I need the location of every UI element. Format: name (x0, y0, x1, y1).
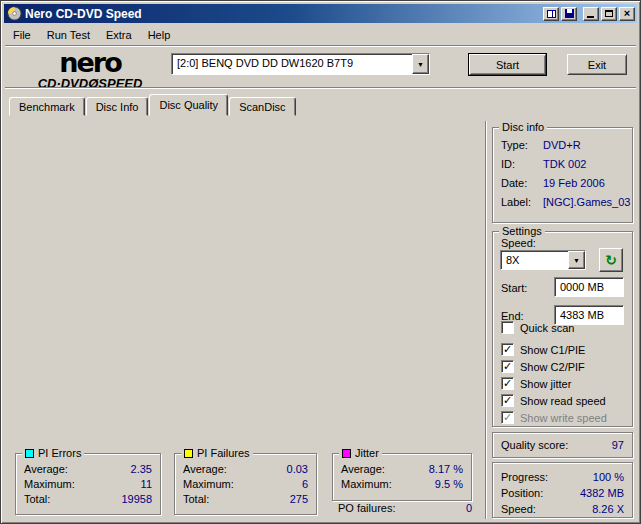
menu-run-test[interactable]: Run Test (39, 27, 98, 43)
stat-row: Average:8.17 % (341, 463, 463, 475)
speed-select[interactable]: 8X ▼ (500, 250, 586, 270)
disc-info-row: Type:DVD+R (501, 139, 626, 151)
close-icon: × (624, 8, 630, 19)
maximize-icon (605, 10, 613, 17)
progress-row: Position:4382 MB (501, 487, 624, 499)
checkbox-label: Show C2/PIF (520, 361, 585, 373)
stat-row: Average:2.35 (24, 463, 152, 475)
tab-scandisc[interactable]: ScanDisc (229, 97, 295, 116)
stat-box-title: Jitter (355, 447, 379, 459)
checkbox-show-write-speed[interactable]: ✓Show write speed (501, 411, 607, 424)
checkbox-show-c2-pif[interactable]: ✓Show C2/PIF (501, 360, 585, 373)
jitter-legend: Jitter (339, 447, 382, 459)
start-position-field[interactable]: 0000 MB (554, 277, 624, 297)
quality-score-label: Quality score: (501, 439, 568, 451)
stat-label: Average: (183, 463, 227, 475)
stat-value: 19958 (121, 493, 152, 505)
checkbox-icon[interactable] (501, 321, 514, 334)
disc-info-row: Date:19 Feb 2006 (501, 177, 626, 189)
speed-label: Speed: (501, 237, 536, 249)
pi-errors-box: PI ErrorsAverage:2.35Maximum:11Total:199… (15, 453, 161, 515)
stat-value: 275 (290, 493, 308, 505)
stat-row: Average:0.03 (183, 463, 308, 475)
stat-value: 2.35 (131, 463, 152, 475)
stat-row: Total:275 (183, 493, 308, 505)
menu-bar: FileRun TestExtraHelp (5, 25, 636, 44)
save-button[interactable] (561, 7, 577, 21)
po-failures-row: PO failures: 0 (338, 502, 472, 514)
stat-box-title: PI Errors (38, 447, 81, 459)
drive-select[interactable]: [2:0] BENQ DVD DD DW1620 B7T9 ▼ (171, 53, 430, 75)
checkbox-show-c1-pie[interactable]: ✓Show C1/PIE (501, 343, 585, 356)
disc-info-value: DVD+R (543, 139, 581, 151)
tab-disc-info[interactable]: Disc Info (86, 97, 149, 116)
checkbox-icon[interactable]: ✓ (501, 343, 514, 356)
checkbox-show-jitter[interactable]: ✓Show jitter (501, 377, 571, 390)
menu-help[interactable]: Help (140, 27, 179, 43)
quality-score-box: Quality score: 97 (492, 432, 633, 458)
stat-row: Maximum:9.5 % (341, 478, 463, 490)
stat-value: 11 (141, 478, 152, 490)
checkbox-icon[interactable]: ✓ (501, 411, 514, 424)
menu-extra[interactable]: Extra (98, 27, 140, 43)
stat-label: Maximum: (341, 478, 392, 490)
po-failures-value: 0 (466, 502, 472, 514)
checkbox-icon[interactable]: ✓ (501, 360, 514, 373)
progress-label: Speed: (501, 503, 536, 515)
title-bar[interactable]: Nero CD-DVD Speed × (4, 4, 637, 23)
exit-button[interactable]: Exit (567, 54, 627, 75)
checkbox-icon[interactable]: ✓ (501, 377, 514, 390)
progress-row: Progress:100 % (501, 471, 624, 483)
jitter-box: JitterAverage:8.17 %Maximum:9.5 % (332, 453, 472, 501)
tab-benchmark[interactable]: Benchmark (9, 97, 85, 116)
stat-value: 9.5 % (435, 478, 463, 490)
close-button[interactable]: × (619, 7, 635, 21)
refresh-button[interactable]: ↻ (599, 248, 623, 272)
start-button[interactable]: Start (469, 54, 546, 75)
stat-label: Maximum: (183, 478, 234, 490)
stat-label: Total: (24, 493, 50, 505)
pi-errors-swatch-icon (25, 449, 34, 458)
pi-errors-chart (9, 123, 487, 285)
stat-value: 6 (302, 478, 308, 490)
pi-failures-jitter-chart (9, 291, 487, 445)
drive-select-value: [2:0] BENQ DVD DD DW1620 B7T9 (172, 54, 412, 74)
nero-logo-text: nero (17, 49, 163, 76)
menu-file[interactable]: File (5, 27, 39, 43)
progress-row: Speed:8.26 X (501, 503, 624, 515)
disc-info-label: Label: (501, 196, 531, 208)
divider (485, 121, 487, 519)
checkbox-icon[interactable]: ✓ (501, 394, 514, 407)
settings-title: Settings (499, 225, 545, 237)
stat-label: Total: (183, 493, 209, 505)
quality-score-row: Quality score: 97 (501, 439, 624, 451)
report-button[interactable] (543, 7, 559, 21)
tab-disc-quality[interactable]: Disc Quality (149, 94, 228, 116)
checkbox-label: Show jitter (520, 378, 571, 390)
progress-label: Progress: (501, 471, 548, 483)
chevron-down-icon[interactable]: ▼ (568, 251, 585, 269)
divider (5, 87, 636, 89)
chevron-down-icon[interactable]: ▼ (412, 54, 429, 74)
stat-label: Average: (24, 463, 68, 475)
checkbox-label: Show C1/PIE (520, 344, 585, 356)
progress-label: Position: (501, 487, 543, 499)
refresh-icon: ↻ (605, 252, 617, 268)
book-icon (547, 10, 556, 18)
disc-info-box: Disc info Type:DVD+RID:TDK 002Date:19 Fe… (492, 127, 633, 223)
stat-label: Average: (341, 463, 385, 475)
checkbox-quick-scan[interactable]: Quick scan (501, 321, 574, 334)
jitter-swatch-icon (342, 449, 351, 458)
stat-row: Total:19958 (24, 493, 152, 505)
floppy-icon (565, 9, 574, 18)
stat-row: Maximum:6 (183, 478, 308, 490)
checkbox-label: Show write speed (520, 412, 607, 424)
stat-value: 0.03 (287, 463, 308, 475)
checkbox-show-read-speed[interactable]: ✓Show read speed (501, 394, 606, 407)
disc-info-value: 19 Feb 2006 (543, 177, 605, 189)
minimize-button[interactable] (583, 7, 599, 21)
quality-score-value: 97 (612, 439, 624, 451)
maximize-button[interactable] (601, 7, 617, 21)
stat-box-title: PI Failures (197, 447, 250, 459)
progress-value: 100 % (593, 471, 624, 483)
